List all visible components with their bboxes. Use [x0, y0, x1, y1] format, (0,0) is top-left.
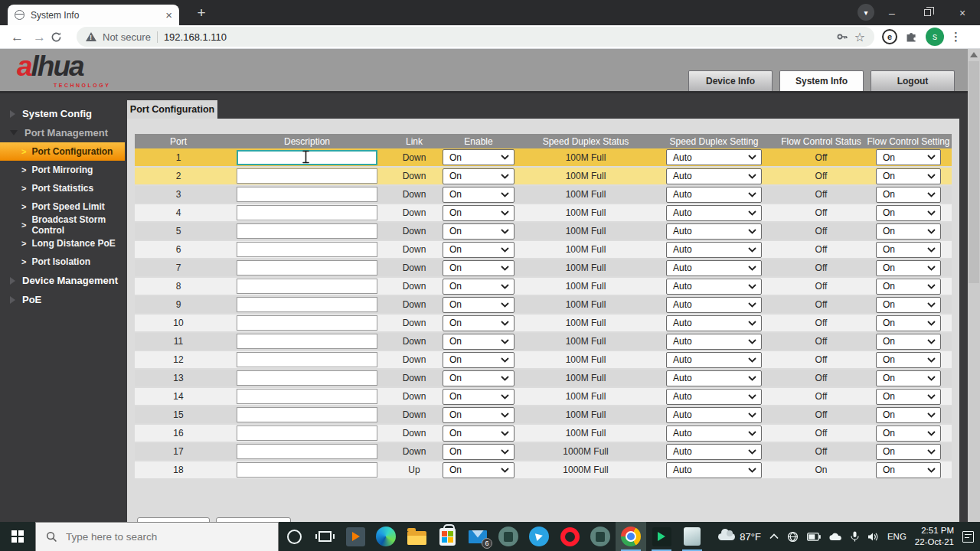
- flow-control-setting-select[interactable]: On: [876, 223, 941, 240]
- browser-update-icon[interactable]: ▾: [858, 4, 874, 21]
- opera-button[interactable]: [554, 522, 585, 551]
- description-input[interactable]: [237, 462, 377, 478]
- reload-button[interactable]: [51, 31, 73, 43]
- tab-close-icon[interactable]: ×: [165, 9, 172, 21]
- key-icon[interactable]: [836, 31, 848, 43]
- speed-duplex-setting-select[interactable]: Auto: [666, 242, 762, 258]
- enable-select[interactable]: On: [443, 352, 514, 368]
- action-center-icon[interactable]: [962, 531, 974, 543]
- speed-duplex-setting-select[interactable]: Auto: [666, 168, 762, 184]
- bookmark-star-icon[interactable]: ☆: [854, 30, 865, 44]
- microsoft-store-button[interactable]: [432, 522, 462, 551]
- flow-control-setting-select[interactable]: On: [876, 334, 941, 350]
- enable-select[interactable]: On: [443, 389, 514, 405]
- enable-select[interactable]: On: [443, 462, 514, 478]
- network-globe-icon[interactable]: [787, 531, 799, 543]
- new-tab-button[interactable]: +: [191, 3, 211, 23]
- flow-control-setting-select[interactable]: On: [876, 149, 941, 165]
- flow-control-setting-select[interactable]: On: [876, 389, 941, 405]
- flow-control-setting-select[interactable]: On: [876, 352, 941, 368]
- flow-control-setting-select[interactable]: On: [876, 279, 941, 295]
- flow-control-setting-select[interactable]: On: [876, 242, 941, 258]
- app-circle-button-2[interactable]: [585, 522, 616, 551]
- microphone-icon[interactable]: [851, 531, 859, 542]
- speed-duplex-setting-select[interactable]: Auto: [666, 149, 762, 165]
- notepad-app-button[interactable]: [677, 522, 707, 551]
- movies-tv-button[interactable]: [340, 522, 371, 551]
- onedrive-cloud-icon[interactable]: [829, 533, 842, 541]
- enable-select[interactable]: On: [443, 205, 514, 221]
- sidebar-item-port-statistics[interactable]: >Port Statistics: [0, 179, 125, 197]
- taskbar-clock[interactable]: 2:51 PM 22-Oct-21: [915, 525, 954, 548]
- enable-select[interactable]: On: [443, 315, 514, 331]
- speed-duplex-setting-select[interactable]: Auto: [666, 370, 762, 386]
- description-input[interactable]: [237, 315, 377, 331]
- system-info-button[interactable]: System Info: [779, 70, 864, 91]
- sidebar-item-port-mirroring[interactable]: >Port Mirroring: [0, 161, 125, 179]
- sidebar-item-device-management[interactable]: Device Management: [0, 271, 125, 290]
- sidebar-item-broadcast-storm-control[interactable]: >Broadcast Storm Control: [0, 216, 125, 234]
- enable-select[interactable]: On: [443, 407, 514, 423]
- flow-control-setting-select[interactable]: On: [876, 297, 941, 313]
- device-info-button[interactable]: Device Info: [688, 70, 773, 91]
- enable-select[interactable]: On: [443, 370, 514, 386]
- description-input[interactable]: [237, 242, 377, 257]
- language-indicator[interactable]: ENG: [887, 532, 906, 541]
- description-input[interactable]: [237, 260, 377, 276]
- weather-widget[interactable]: 87°F: [718, 531, 761, 543]
- speed-duplex-setting-select[interactable]: Auto: [666, 297, 762, 313]
- enable-select[interactable]: On: [443, 260, 514, 276]
- window-minimize-button[interactable]: –: [874, 0, 910, 25]
- speaker-icon[interactable]: [867, 532, 879, 542]
- scrollbar-up-arrow-icon[interactable]: [970, 52, 978, 57]
- description-input[interactable]: [237, 352, 377, 367]
- app-circle-button-1[interactable]: [493, 522, 524, 551]
- speed-duplex-setting-select[interactable]: Auto: [666, 315, 762, 331]
- enable-select[interactable]: On: [443, 223, 514, 240]
- enable-select[interactable]: On: [443, 297, 514, 313]
- extensions-puzzle-icon[interactable]: [905, 31, 918, 44]
- speed-duplex-setting-select[interactable]: Auto: [666, 425, 762, 442]
- sidebar-item-port-configuration[interactable]: >Port Configuration: [0, 142, 125, 161]
- flow-control-setting-select[interactable]: On: [876, 205, 941, 221]
- description-input[interactable]: [237, 370, 377, 386]
- flow-control-setting-select[interactable]: On: [876, 260, 941, 276]
- logout-button[interactable]: Logout: [871, 70, 955, 91]
- task-view-button[interactable]: [309, 522, 340, 551]
- speed-duplex-setting-select[interactable]: Auto: [666, 334, 762, 350]
- extension-e-icon[interactable]: e: [882, 29, 897, 44]
- sidebar-item-port-isolation[interactable]: >Port Isolation: [0, 253, 125, 271]
- description-input[interactable]: [237, 168, 377, 184]
- description-input[interactable]: [237, 223, 377, 239]
- enable-select[interactable]: On: [443, 149, 514, 165]
- speed-duplex-setting-select[interactable]: Auto: [666, 352, 762, 368]
- telegram-button[interactable]: [524, 522, 554, 551]
- enable-select[interactable]: On: [443, 187, 514, 203]
- browser-menu-icon[interactable]: ⋮: [950, 30, 962, 44]
- profile-avatar[interactable]: s: [926, 28, 944, 46]
- enable-select[interactable]: On: [443, 168, 514, 184]
- flow-control-setting-select[interactable]: On: [876, 462, 941, 478]
- description-input[interactable]: [237, 444, 377, 459]
- description-input[interactable]: [237, 334, 377, 349]
- sidebar-item-long-distance-poe[interactable]: >Long Distance PoE: [0, 234, 125, 253]
- enable-select[interactable]: On: [443, 242, 514, 258]
- chrome-button[interactable]: [616, 522, 646, 551]
- url-text[interactable]: 192.168.1.110: [164, 31, 830, 43]
- speed-duplex-setting-select[interactable]: Auto: [666, 444, 762, 460]
- page-scrollbar[interactable]: [968, 49, 980, 522]
- battery-icon[interactable]: [807, 533, 821, 541]
- flow-control-setting-select[interactable]: On: [876, 168, 941, 184]
- mail-button[interactable]: 6: [462, 522, 493, 551]
- enable-select[interactable]: On: [443, 279, 514, 295]
- description-input[interactable]: [237, 187, 377, 202]
- speed-duplex-setting-select[interactable]: Auto: [666, 407, 762, 423]
- enable-select[interactable]: On: [443, 444, 514, 460]
- flow-control-setting-select[interactable]: On: [876, 315, 941, 331]
- speed-duplex-setting-select[interactable]: Auto: [666, 187, 762, 203]
- speed-duplex-setting-select[interactable]: Auto: [666, 205, 762, 221]
- tab-port-configuration[interactable]: Port Configuration: [127, 100, 217, 119]
- start-button[interactable]: [0, 522, 35, 551]
- description-input[interactable]: [237, 279, 377, 294]
- speed-duplex-setting-select[interactable]: Auto: [666, 462, 762, 478]
